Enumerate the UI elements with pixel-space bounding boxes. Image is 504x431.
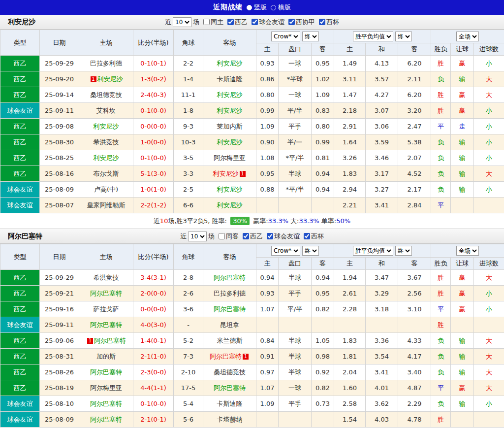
- avg-odds-select[interactable]: 胜平负均值: [353, 246, 393, 256]
- scope-select[interactable]: 全场: [456, 32, 479, 41]
- filter-checkbox-input[interactable]: [243, 233, 249, 239]
- radio-selected-icon: [247, 5, 252, 10]
- result-goals: 小: [474, 396, 504, 412]
- recent-count-select[interactable]: 10: [188, 232, 207, 241]
- bookmaker-select[interactable]: Crow*: [271, 32, 300, 41]
- filter-checkbox-input[interactable]: [227, 19, 234, 25]
- filter-checkbox-input[interactable]: [203, 19, 210, 25]
- away-team[interactable]: 利安尼沙: [217, 138, 243, 146]
- home-team-cell: 艾科坎: [79, 103, 133, 119]
- home-team[interactable]: 阿尔巴塞特: [94, 337, 126, 344]
- home-team[interactable]: 阿尔巴塞特: [90, 290, 122, 297]
- corner-score: -: [174, 317, 203, 333]
- filter-checkbox-input[interactable]: [267, 233, 273, 239]
- subcol-2: 客: [312, 258, 334, 270]
- recent-count-select[interactable]: 10: [173, 17, 191, 27]
- home-team[interactable]: 阿尔巴塞特: [90, 400, 122, 407]
- filter-checkbox[interactable]: 球会友谊: [267, 232, 300, 241]
- filter-checkbox-input[interactable]: [288, 19, 295, 25]
- filter-checkbox-input[interactable]: [319, 19, 325, 25]
- summary-segment: 33.3%: [268, 217, 288, 225]
- away-team[interactable]: 阿尔巴塞特: [210, 353, 242, 360]
- home-team[interactable]: 希洪竞技: [94, 274, 119, 281]
- filter-checkbox[interactable]: 西杯: [304, 232, 324, 241]
- home-team[interactable]: 卢高(中): [94, 186, 118, 193]
- home-team[interactable]: 希洪竞技: [94, 138, 119, 146]
- away-team[interactable]: 巴拉多利德: [214, 290, 246, 297]
- filter-checkbox[interactable]: 球会友谊: [252, 18, 284, 27]
- radio-unselected-icon: [271, 5, 276, 10]
- avg-draw: 4.01: [366, 380, 398, 396]
- filter-checkbox[interactable]: 同主: [203, 18, 223, 27]
- corner-score: 3-3: [174, 166, 203, 182]
- filter-checkbox[interactable]: 西协甲: [288, 18, 315, 27]
- result-goals: 小: [474, 134, 504, 150]
- col-score: 比分(半场): [133, 30, 174, 56]
- away-team[interactable]: 阿尔巴塞特: [214, 305, 246, 313]
- home-team-cell: 阿尔巴塞特: [79, 412, 133, 428]
- scope-select[interactable]: 全场: [456, 246, 479, 256]
- home-team[interactable]: 皇家阿维勒斯: [87, 201, 126, 209]
- home-team[interactable]: 利安尼沙: [94, 123, 119, 130]
- home-team[interactable]: 阿尔巴塞特: [90, 321, 122, 329]
- away-team[interactable]: 利安尼沙: [217, 201, 243, 209]
- away-team[interactable]: 卡塔赫纳: [217, 416, 243, 423]
- home-team[interactable]: 利安尼沙: [97, 75, 123, 83]
- filter-checkbox-input[interactable]: [252, 19, 258, 25]
- away-team[interactable]: 卡斯迪隆: [217, 75, 243, 83]
- filter-checkbox[interactable]: 西乙: [243, 232, 263, 241]
- away-team[interactable]: 米兰德斯: [217, 337, 243, 344]
- odds-time-select[interactable]: 终: [302, 246, 319, 256]
- avg-away: 6.20: [398, 56, 431, 71]
- home-team-cell: 1阿尔巴塞特: [79, 333, 133, 349]
- odds-handicap: 一球: [279, 56, 312, 71]
- layout-vertical-radio[interactable]: 竖版: [247, 3, 267, 12]
- avg-odds-select[interactable]: 胜平负均值: [353, 32, 393, 41]
- away-team[interactable]: 桑坦德竞技: [214, 368, 246, 376]
- filter-checkbox[interactable]: 西杯: [319, 18, 339, 27]
- away-team[interactable]: 利安尼沙: [217, 107, 243, 114]
- layout-horizontal-radio[interactable]: 横版: [271, 3, 291, 12]
- home-team[interactable]: 布尔戈斯: [94, 170, 119, 177]
- filter-checkbox[interactable]: 西乙: [227, 18, 248, 27]
- away-team[interactable]: 莱加内斯: [217, 123, 243, 130]
- away-team[interactable]: 阿尔梅里亚: [214, 154, 246, 162]
- away-team[interactable]: 利安尼沙: [217, 186, 243, 193]
- result-wdl: 负: [431, 150, 451, 166]
- home-team[interactable]: 巴拉多利德: [90, 60, 122, 67]
- avg-home: 1.60: [334, 380, 366, 396]
- odds-handicap: *平/半: [279, 150, 312, 166]
- away-team[interactable]: 阿尔巴塞特: [214, 384, 246, 392]
- bookmaker-select[interactable]: Crow*: [271, 246, 300, 256]
- result-goals: 大: [474, 166, 504, 182]
- filter-checkbox[interactable]: 同客: [219, 232, 239, 241]
- home-team[interactable]: 加的斯: [96, 353, 116, 360]
- home-team[interactable]: 阿尔巴塞特: [90, 368, 122, 376]
- filter-bar: 近10场同客西乙球会友谊西杯: [180, 232, 324, 241]
- away-team[interactable]: 昆坦拿: [220, 321, 239, 329]
- avg-home: 2.94: [334, 182, 366, 198]
- odds-home: 1.07: [256, 380, 279, 396]
- home-team[interactable]: 阿尔梅里亚: [90, 384, 122, 392]
- away-team[interactable]: 阿尔巴塞特: [214, 274, 246, 281]
- home-team[interactable]: 利安尼沙: [94, 154, 119, 162]
- odds-handicap: 半球: [279, 166, 312, 182]
- home-team[interactable]: 桑坦德竞技: [90, 91, 122, 99]
- away-team[interactable]: 利安尼沙: [213, 170, 239, 177]
- home-team[interactable]: 阿尔巴塞特: [90, 416, 122, 423]
- odds-time-select[interactable]: 终: [302, 32, 319, 41]
- away-team-cell: 利安尼沙: [203, 198, 256, 213]
- col-home: 主场: [79, 244, 133, 270]
- away-team-cell: 利安尼沙1: [203, 166, 256, 182]
- away-team[interactable]: 卡斯迪隆: [217, 400, 243, 407]
- away-team[interactable]: 利安尼沙: [217, 60, 243, 67]
- avg-time-select[interactable]: 终: [395, 246, 412, 256]
- avg-time-select[interactable]: 终: [395, 32, 412, 41]
- away-team[interactable]: 利安尼沙: [217, 91, 243, 99]
- filter-checkbox-input[interactable]: [304, 233, 310, 239]
- home-team[interactable]: 艾科坎: [96, 107, 116, 114]
- home-team[interactable]: 萨拉戈萨: [94, 305, 119, 313]
- away-team-cell: 巴拉多利德: [203, 286, 256, 301]
- filter-checkbox-input[interactable]: [219, 233, 225, 239]
- odds-away: 0.99: [312, 134, 334, 150]
